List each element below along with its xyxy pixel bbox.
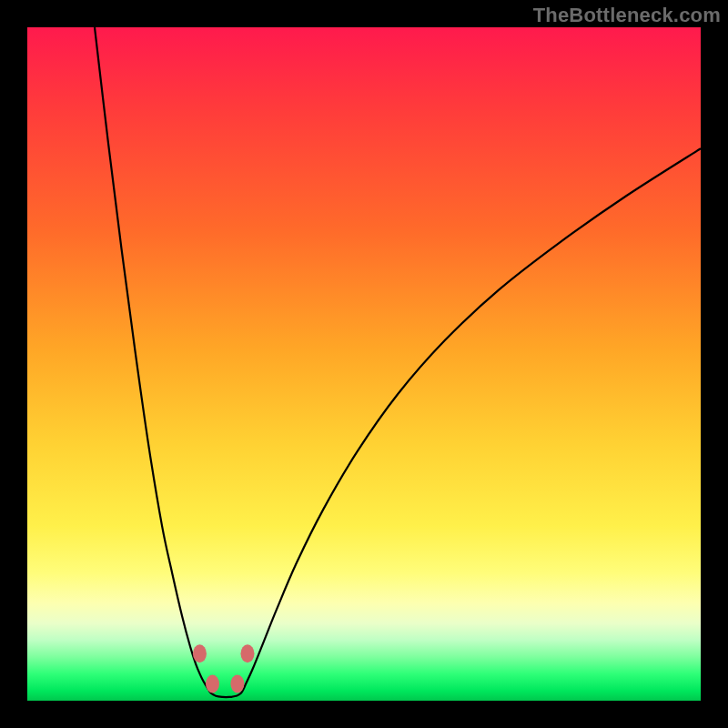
- bottleneck-curve: [95, 27, 701, 697]
- watermark-text: TheBottleneck.com: [533, 4, 721, 27]
- plot-area: [27, 27, 701, 701]
- curve-overlay: [27, 27, 701, 701]
- marker-left-lower: [206, 675, 219, 693]
- marker-right-lower: [230, 675, 244, 693]
- chart-container: TheBottleneck.com: [0, 0, 728, 728]
- marker-left-upper: [193, 644, 207, 662]
- marker-right-upper: [240, 644, 254, 662]
- curve-markers: [193, 644, 255, 693]
